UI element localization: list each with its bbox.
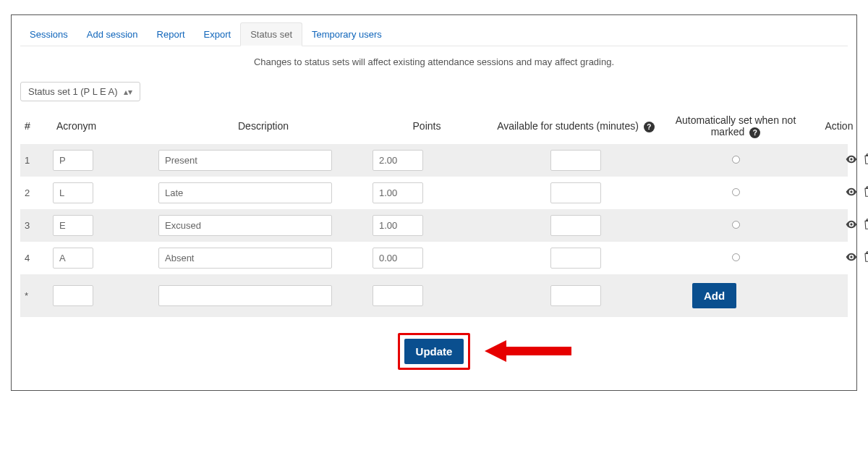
svg-marker-4: [485, 340, 571, 362]
arrow-icon: [485, 339, 571, 363]
points-input[interactable]: [373, 215, 423, 236]
status-set-selector[interactable]: Status set 1 (P L E A) ▴▾: [20, 82, 140, 101]
description-input[interactable]: [158, 285, 332, 306]
acronym-input[interactable]: [53, 215, 93, 236]
status-set-selector-label: Status set 1 (P L E A): [28, 86, 118, 97]
acronym-input[interactable]: [53, 150, 93, 171]
svg-point-2: [851, 223, 853, 225]
auto-set-radio[interactable]: [732, 253, 740, 261]
auto-set-radio[interactable]: [732, 221, 740, 229]
svg-point-0: [851, 158, 853, 160]
points-input[interactable]: [373, 182, 423, 203]
table-row: 1: [20, 144, 848, 177]
col-num: #: [23, 120, 48, 132]
col-auto-set: Automatically set when not marked ?: [671, 114, 801, 138]
row-index: 1: [23, 155, 48, 166]
trash-icon[interactable]: [864, 153, 868, 166]
description-input[interactable]: [158, 150, 332, 171]
eye-icon[interactable]: [846, 155, 857, 166]
table-row: 4: [20, 242, 848, 274]
eye-icon[interactable]: [846, 253, 857, 263]
points-input[interactable]: [373, 150, 423, 171]
available-input[interactable]: [550, 215, 601, 236]
update-area: Update: [20, 333, 848, 370]
available-input[interactable]: [550, 285, 601, 306]
table-row: 2: [20, 177, 848, 209]
col-description: Description: [158, 120, 368, 132]
points-input[interactable]: [373, 248, 423, 269]
add-button[interactable]: Add: [692, 283, 736, 308]
row-index: 3: [23, 220, 48, 231]
description-input[interactable]: [158, 215, 332, 236]
help-icon[interactable]: ?: [644, 122, 655, 132]
auto-set-radio[interactable]: [732, 156, 740, 164]
available-input[interactable]: [550, 182, 601, 203]
highlight-box: Update: [398, 333, 471, 370]
available-input[interactable]: [550, 248, 601, 269]
tab-export[interactable]: Export: [195, 23, 241, 46]
tab-add-session[interactable]: Add session: [77, 23, 148, 46]
table-header: # Acronym Description Points Available f…: [20, 109, 848, 144]
col-action: Action: [805, 120, 868, 132]
tab-report[interactable]: Report: [148, 23, 195, 46]
svg-point-1: [851, 190, 853, 193]
auto-set-radio[interactable]: [732, 188, 740, 196]
acronym-input[interactable]: [53, 182, 93, 203]
row-index: 2: [23, 187, 48, 198]
description-input[interactable]: [158, 182, 332, 203]
svg-point-3: [851, 256, 853, 258]
help-icon[interactable]: ?: [749, 127, 760, 138]
status-set-panel: Sessions Add session Report Export Statu…: [11, 14, 857, 391]
acronym-input[interactable]: [53, 285, 93, 306]
col-available: Available for students (minutes) ?: [485, 120, 666, 132]
table-row: 3: [20, 209, 848, 242]
col-points: Points: [373, 120, 481, 132]
eye-icon[interactable]: [846, 187, 857, 198]
notice-text: Changes to status sets will affect exist…: [20, 46, 848, 82]
tab-temporary-users[interactable]: Temporary users: [302, 23, 391, 46]
row-index: *: [23, 290, 48, 301]
trash-icon[interactable]: [864, 251, 868, 264]
eye-icon[interactable]: [846, 220, 857, 231]
row-index: 4: [23, 253, 48, 263]
tab-sessions[interactable]: Sessions: [20, 23, 77, 46]
update-button[interactable]: Update: [404, 339, 464, 364]
sort-icon: ▴▾: [124, 87, 132, 97]
acronym-input[interactable]: [53, 248, 93, 269]
points-input[interactable]: [373, 285, 423, 306]
tab-status-set[interactable]: Status set: [240, 22, 302, 46]
tab-bar: Sessions Add session Report Export Statu…: [20, 22, 848, 46]
col-acronym: Acronym: [53, 120, 154, 132]
trash-icon[interactable]: [864, 186, 868, 199]
available-input[interactable]: [550, 150, 601, 171]
table-row-new: * Add: [20, 274, 848, 317]
trash-icon[interactable]: [864, 219, 868, 232]
description-input[interactable]: [158, 248, 332, 269]
